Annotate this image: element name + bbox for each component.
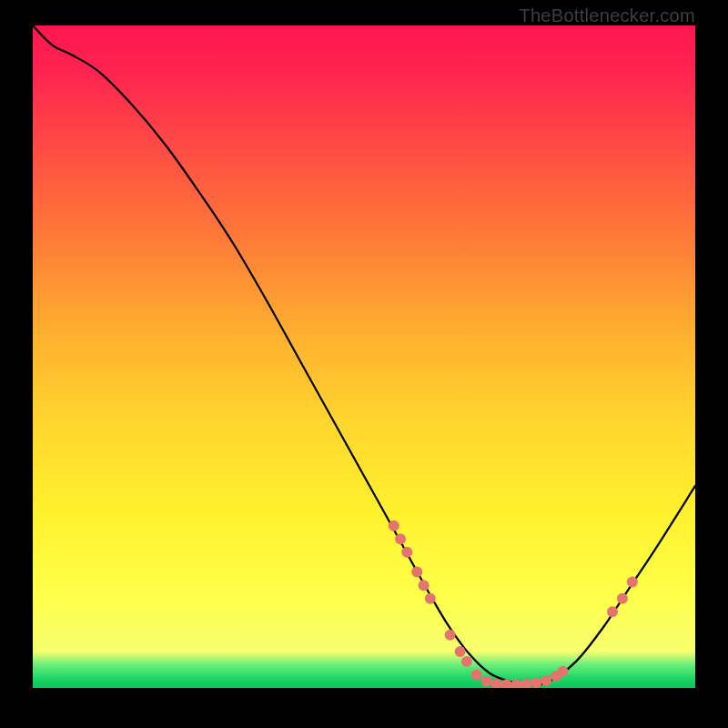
chart-container: TheBottlenecker.com [0, 0, 728, 728]
data-marker [541, 675, 551, 686]
data-marker [557, 666, 568, 677]
data-marker [455, 646, 466, 657]
plot-area [33, 25, 695, 688]
gradient-background [33, 25, 695, 688]
data-marker [481, 676, 492, 687]
chart-svg [33, 25, 695, 688]
data-marker [419, 580, 430, 591]
data-marker [627, 577, 638, 588]
data-marker [425, 593, 436, 604]
data-marker [411, 567, 422, 578]
data-marker [461, 656, 472, 667]
watermark-text: TheBottlenecker.com [519, 5, 695, 26]
data-marker [531, 677, 541, 688]
data-marker [617, 593, 628, 604]
data-marker [401, 547, 412, 558]
data-marker [389, 521, 399, 531]
data-marker [395, 533, 406, 544]
data-marker [607, 606, 618, 617]
data-marker [445, 630, 456, 641]
data-marker [471, 669, 482, 680]
